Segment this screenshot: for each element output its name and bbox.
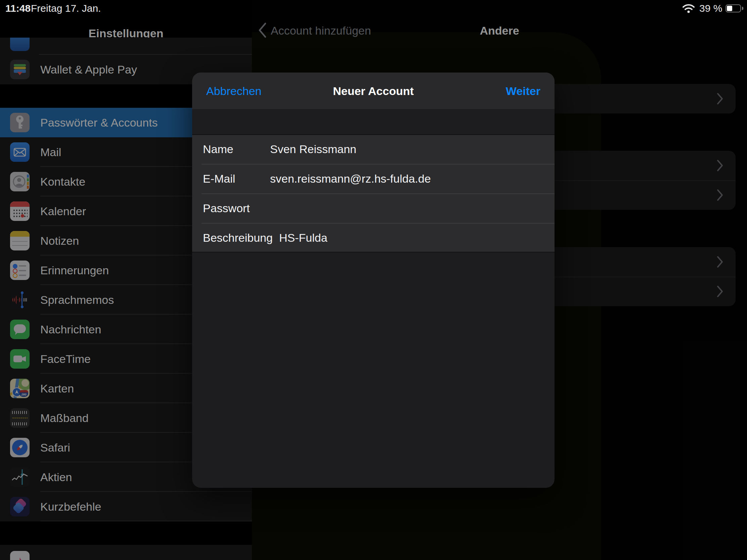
- name-field-label: Name: [203, 143, 233, 156]
- ipad-settings-screen: { "status_bar": { "time": "11:48", "date…: [0, 0, 747, 560]
- password-field-row[interactable]: Passwort: [192, 193, 555, 223]
- description-field-value[interactable]: HS-Fulda: [279, 231, 328, 244]
- name-field-row[interactable]: Name Sven Reissmann: [192, 134, 555, 164]
- new-account-modal: Abbrechen Neuer Account Weiter Name Sven…: [192, 73, 555, 488]
- name-field-value[interactable]: Sven Reissmann: [270, 143, 356, 156]
- battery-percent-label: 39 %: [699, 3, 722, 14]
- status-time: 11:48: [5, 3, 31, 14]
- modal-header: Abbrechen Neuer Account Weiter: [192, 73, 555, 109]
- next-button[interactable]: Weiter: [506, 84, 540, 97]
- password-field-label: Passwort: [203, 202, 250, 215]
- status-bar: 11:48 Freitag 17. Jan. 39 %: [0, 0, 747, 16]
- description-field-row[interactable]: Beschreibung HS-Fulda: [192, 223, 555, 252]
- modal-title: Neuer Account: [192, 84, 555, 97]
- account-form: Name Sven Reissmann E-Mail sven.reissman…: [192, 134, 555, 252]
- email-field-value[interactable]: sven.reissmann@rz.hs-fulda.de: [270, 172, 431, 185]
- status-date: Freitag 17. Jan.: [31, 3, 101, 14]
- email-field-row[interactable]: E-Mail sven.reissmann@rz.hs-fulda.de: [192, 164, 555, 193]
- email-field-label: E-Mail: [203, 172, 235, 185]
- wifi-icon: [682, 4, 695, 14]
- description-field-label: Beschreibung: [203, 231, 273, 244]
- battery-icon: [725, 4, 743, 12]
